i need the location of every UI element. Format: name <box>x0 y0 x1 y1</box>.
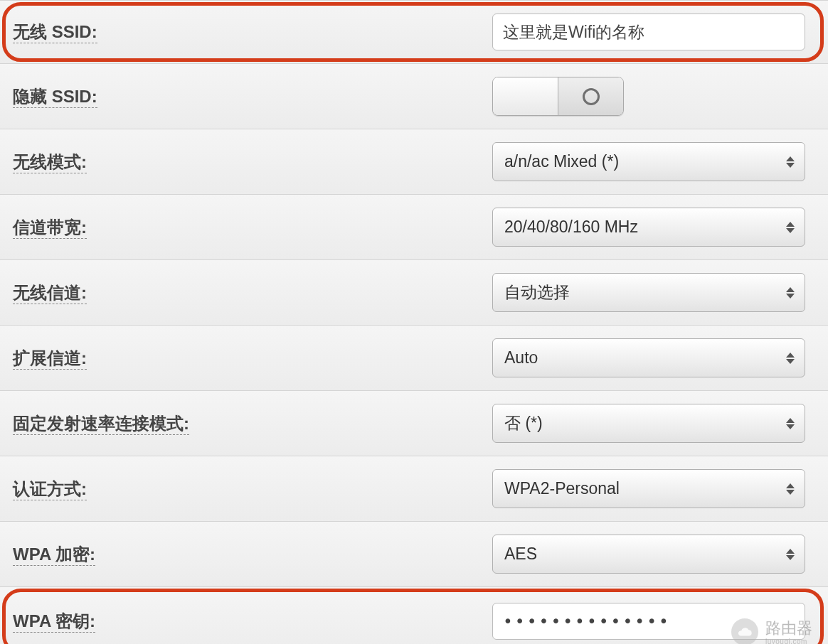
wireless-mode-select[interactable]: a/n/ac Mixed (*) <box>492 142 805 181</box>
wpa-encryption-value: AES <box>504 544 537 564</box>
channel-width-value: 20/40/80/160 MHz <box>504 218 638 237</box>
fixed-rate-mode-value: 否 (*) <box>504 412 543 434</box>
wireless-mode-value: a/n/ac Mixed (*) <box>504 152 619 171</box>
row-channel-width: 信道带宽: 20/40/80/160 MHz <box>0 195 828 260</box>
fixed-rate-mode-select[interactable]: 否 (*) <box>492 404 805 443</box>
label-wpa-key: WPA 密钥: <box>13 611 95 633</box>
hide-ssid-toggle[interactable] <box>492 77 624 116</box>
auth-method-value: WPA2-Personal <box>504 479 620 498</box>
label-extension-channel: 扩展信道: <box>13 348 87 370</box>
extension-channel-value: Auto <box>504 348 538 367</box>
row-wireless-ssid: 无线 SSID: <box>0 0 828 64</box>
channel-width-select[interactable]: 20/40/80/160 MHz <box>492 208 805 247</box>
wpa-key-input[interactable] <box>492 603 805 640</box>
row-fixed-rate-mode: 固定发射速率连接模式: 否 (*) <box>0 391 828 456</box>
select-arrows-icon <box>786 483 795 495</box>
wireless-channel-select[interactable]: 自动选择 <box>492 273 805 312</box>
select-arrows-icon <box>786 222 795 233</box>
label-wpa-encryption: WPA 加密: <box>13 544 95 566</box>
label-wireless-mode: 无线模式: <box>13 152 87 173</box>
row-wpa-key: WPA 密钥: 路由器 luyouqi.com <box>0 587 828 644</box>
label-hide-ssid: 隐藏 SSID: <box>13 87 97 108</box>
select-arrows-icon <box>786 418 795 429</box>
label-wireless-channel: 无线信道: <box>13 283 87 304</box>
row-extension-channel: 扩展信道: Auto <box>0 326 828 391</box>
wpa-encryption-select[interactable]: AES <box>492 535 805 574</box>
wireless-channel-value: 自动选择 <box>504 281 570 304</box>
auth-method-select[interactable]: WPA2-Personal <box>492 469 805 508</box>
row-wireless-mode: 无线模式: a/n/ac Mixed (*) <box>0 129 828 195</box>
label-channel-width: 信道带宽: <box>13 218 87 239</box>
toggle-indicator-icon <box>583 88 600 105</box>
toggle-off-side <box>493 77 558 115</box>
ssid-input[interactable] <box>492 14 805 50</box>
extension-channel-select[interactable]: Auto <box>492 338 805 377</box>
select-arrows-icon <box>786 353 795 364</box>
select-arrows-icon <box>786 156 795 168</box>
label-wireless-ssid: 无线 SSID: <box>13 22 97 43</box>
row-wireless-channel: 无线信道: 自动选择 <box>0 260 828 326</box>
label-auth-method: 认证方式: <box>13 479 87 500</box>
toggle-on-side <box>558 77 623 115</box>
row-auth-method: 认证方式: WPA2-Personal <box>0 456 828 522</box>
label-fixed-rate-mode: 固定发射速率连接模式: <box>13 414 189 435</box>
row-wpa-encryption: WPA 加密: AES <box>0 522 828 587</box>
select-arrows-icon <box>786 549 795 560</box>
select-arrows-icon <box>786 287 795 299</box>
row-hide-ssid: 隐藏 SSID: <box>0 64 828 129</box>
